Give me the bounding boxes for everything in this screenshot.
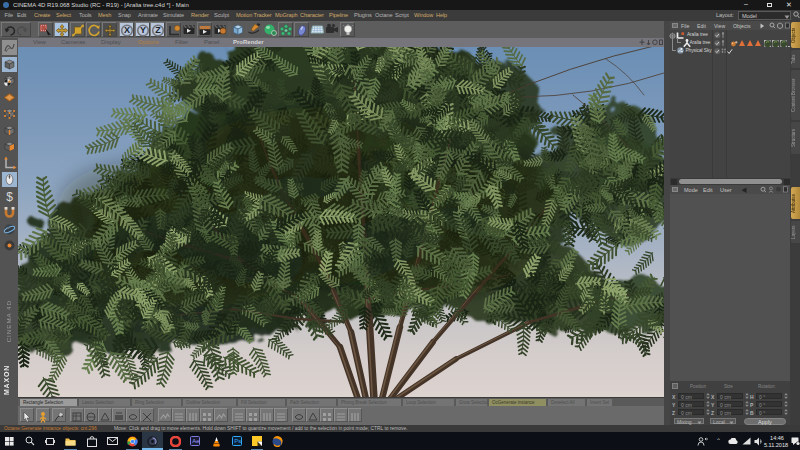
svg-text:Y: Y [139, 25, 145, 35]
svg-text:X: X [124, 25, 130, 35]
svg-text:$: $ [6, 190, 13, 204]
svg-text:Z: Z [155, 25, 161, 35]
